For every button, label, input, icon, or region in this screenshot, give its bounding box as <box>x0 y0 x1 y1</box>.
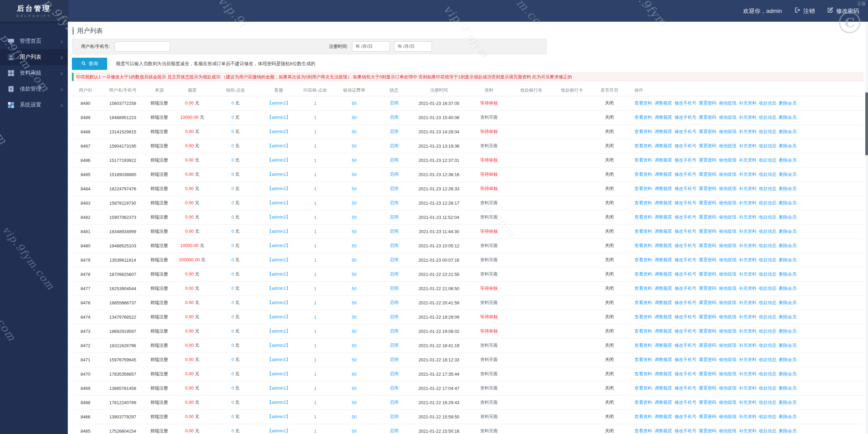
op-link[interactable]: 修改手机号 <box>674 186 696 191</box>
op-link[interactable]: 催他提现 <box>719 385 736 391</box>
op-link[interactable]: 收款信息 <box>759 157 776 163</box>
op-link[interactable]: 查看资料 <box>634 200 652 205</box>
op-link[interactable]: 收款信息 <box>759 314 776 319</box>
op-link[interactable]: 催他提现 <box>719 100 736 106</box>
op-link[interactable]: 催他提现 <box>719 243 736 248</box>
service-link[interactable]: 【admin2】 <box>267 214 291 220</box>
wallet-link[interactable]: 0 <box>232 385 234 391</box>
op-link[interactable]: 调整额度 <box>654 314 672 319</box>
op-link[interactable]: 查看资料 <box>634 428 652 433</box>
status-link[interactable]: 启用 <box>390 328 398 334</box>
wallet-link[interactable]: 0 <box>232 343 234 348</box>
op-link[interactable]: 重置密码 <box>699 286 716 291</box>
stamp-link[interactable]: 1 <box>314 429 316 434</box>
op-link[interactable]: 调整额度 <box>654 172 672 177</box>
op-link[interactable]: 查看资料 <box>634 257 652 262</box>
op-link[interactable]: 修改手机号 <box>674 143 696 148</box>
rate-link[interactable]: 50 <box>352 115 356 120</box>
op-link[interactable]: 修改手机号 <box>674 428 696 433</box>
op-link[interactable]: 补充资料 <box>739 428 756 433</box>
op-link[interactable]: 查看资料 <box>634 300 652 305</box>
op-link[interactable]: 修改手机号 <box>674 172 696 177</box>
stamp-link[interactable]: 1 <box>314 144 316 149</box>
op-link[interactable]: 催他提现 <box>719 271 736 277</box>
op-link[interactable]: 修改手机号 <box>674 400 696 405</box>
op-link[interactable]: 催他提现 <box>719 143 736 148</box>
wallet-link[interactable]: 0 <box>232 157 234 163</box>
sidebar-item[interactable]: 用户列表 › <box>0 49 68 65</box>
op-link[interactable]: 催他提现 <box>719 257 736 262</box>
rate-link[interactable]: 50 <box>352 229 356 234</box>
op-link[interactable]: 催他提现 <box>719 172 736 177</box>
op-link[interactable]: 补充资料 <box>739 257 756 262</box>
op-link[interactable]: 调整额度 <box>654 229 672 234</box>
wallet-link[interactable]: 0 <box>232 257 234 262</box>
stamp-link[interactable]: 1 <box>314 272 316 277</box>
status-link[interactable]: 启用 <box>390 286 398 291</box>
op-link[interactable]: 删除会员 <box>779 328 796 334</box>
op-link[interactable]: 催他提现 <box>719 414 736 419</box>
op-link[interactable]: 补充资料 <box>739 286 756 291</box>
wallet-link[interactable]: 0 <box>232 314 234 319</box>
op-link[interactable]: 查看资料 <box>634 385 652 391</box>
op-link[interactable]: 补充资料 <box>739 385 756 391</box>
op-link[interactable]: 收款信息 <box>759 286 776 291</box>
op-link[interactable]: 删除会员 <box>779 229 796 234</box>
op-link[interactable]: 催他提现 <box>719 400 736 405</box>
op-link[interactable]: 收款信息 <box>759 271 776 277</box>
op-link[interactable]: 补充资料 <box>739 328 756 334</box>
stamp-link[interactable]: 1 <box>314 414 316 419</box>
op-link[interactable]: 收款信息 <box>759 414 776 419</box>
status-link[interactable]: 启用 <box>390 271 398 277</box>
wallet-link[interactable]: 0 <box>232 172 234 177</box>
op-link[interactable]: 收款信息 <box>759 328 776 334</box>
search-button[interactable]: 查询 <box>72 58 107 70</box>
service-link[interactable]: 【admin1】 <box>267 143 291 148</box>
op-link[interactable]: 删除会员 <box>779 300 796 305</box>
stamp-link[interactable]: 1 <box>314 329 316 334</box>
op-link[interactable]: 收款信息 <box>759 428 776 433</box>
op-link[interactable]: 删除会员 <box>779 400 796 405</box>
date-from-input[interactable]: 年 /月/日 <box>352 41 390 52</box>
stamp-link[interactable]: 1 <box>314 315 316 320</box>
op-link[interactable]: 重置密码 <box>699 172 716 177</box>
service-link[interactable]: 【admin1】 <box>267 328 291 334</box>
wallet-link[interactable]: 0 <box>232 129 234 134</box>
status-link[interactable]: 启用 <box>390 343 398 348</box>
status-link[interactable]: 启用 <box>390 157 398 163</box>
service-link[interactable]: 【admin2】 <box>267 186 291 191</box>
op-link[interactable]: 重置密码 <box>699 157 716 163</box>
op-link[interactable]: 催他提现 <box>719 286 736 291</box>
op-link[interactable]: 重置密码 <box>699 343 716 348</box>
service-link[interactable]: 【admin2】 <box>267 314 291 319</box>
op-link[interactable]: 修改手机号 <box>674 300 696 305</box>
op-link[interactable]: 催他提现 <box>719 428 736 433</box>
wallet-link[interactable]: 0 <box>232 300 234 305</box>
op-link[interactable]: 查看资料 <box>634 243 652 248</box>
rate-link[interactable]: 50 <box>352 101 356 106</box>
op-link[interactable]: 修改手机号 <box>674 385 696 391</box>
stamp-link[interactable]: 1 <box>314 201 316 206</box>
status-link[interactable]: 启用 <box>390 357 398 362</box>
service-link[interactable]: 【admin2】 <box>267 271 291 277</box>
stamp-link[interactable]: 1 <box>314 258 316 263</box>
change-password-button[interactable]: 修改密码 <box>827 7 859 15</box>
op-link[interactable]: 调整额度 <box>654 200 672 205</box>
op-link[interactable]: 重置密码 <box>699 357 716 362</box>
stamp-link[interactable]: 1 <box>314 372 316 377</box>
op-link[interactable]: 补充资料 <box>739 214 756 220</box>
wallet-link[interactable]: 0 <box>232 328 234 334</box>
rate-link[interactable]: 50 <box>352 172 356 177</box>
op-link[interactable]: 删除会员 <box>779 115 796 120</box>
op-link[interactable]: 重置密码 <box>699 100 716 106</box>
sidebar-item[interactable]: 管理首页 › <box>0 33 68 49</box>
op-link[interactable]: 补充资料 <box>739 414 756 419</box>
op-link[interactable]: 调整额度 <box>654 428 672 433</box>
op-link[interactable]: 查看资料 <box>634 172 652 177</box>
stamp-link[interactable]: 1 <box>314 300 316 305</box>
op-link[interactable]: 补充资料 <box>739 129 756 134</box>
stamp-link[interactable]: 1 <box>314 129 316 134</box>
op-link[interactable]: 收款信息 <box>759 214 776 220</box>
rate-link[interactable]: 50 <box>352 300 356 305</box>
service-link[interactable]: 【admin1】 <box>267 286 291 291</box>
